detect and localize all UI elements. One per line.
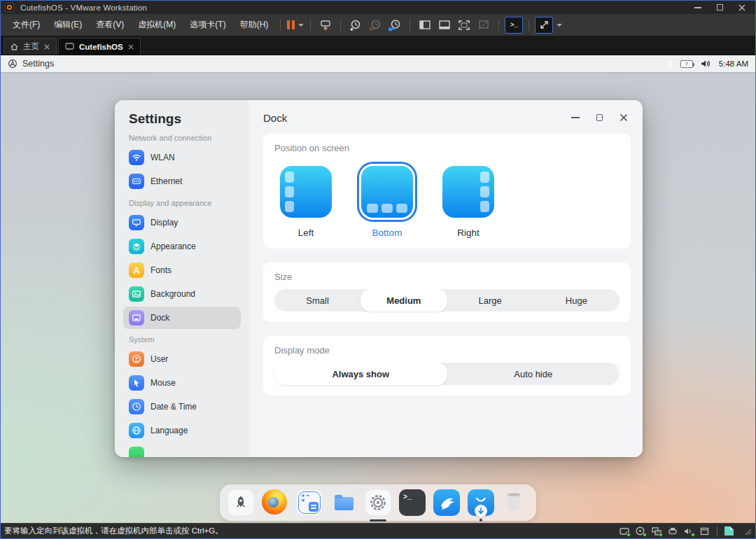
dock-app-terminal[interactable]: >_ <box>399 489 426 516</box>
position-option-bottom[interactable]: Bottom <box>357 162 417 238</box>
tab-label: 主页 <box>23 41 39 52</box>
revert-snapshot-button[interactable] <box>366 17 384 34</box>
bottom-panel-layout-icon <box>438 20 451 30</box>
vm-tray-status-icon[interactable] <box>699 526 710 536</box>
manage-snapshots-button[interactable] <box>386 17 404 34</box>
display-mode-segmented-control: Always show Auto hide <box>274 363 620 385</box>
partial-item-icon <box>129 447 144 457</box>
fullscreen-button[interactable] <box>455 17 473 34</box>
sidebar-item-background[interactable]: Background <box>123 283 241 305</box>
tab-label: CutefishOS <box>79 43 123 51</box>
printer-status-icon[interactable] <box>667 526 678 536</box>
menu-edit[interactable]: 编辑(E) <box>48 15 88 34</box>
sidebar-item-language[interactable]: Language <box>123 419 241 442</box>
sidebar-item-user[interactable]: User <box>123 348 241 370</box>
resize-grip[interactable] <box>743 527 752 536</box>
firefox-icon <box>262 489 287 514</box>
position-option-left[interactable]: Left <box>276 162 336 238</box>
menu-tabs[interactable]: 选项卡(T) <box>183 15 232 34</box>
unity-mode-button[interactable] <box>475 17 493 34</box>
display-mode-label: Display mode <box>274 345 620 356</box>
stretch-guest-button[interactable] <box>535 17 553 34</box>
sound-status-icon[interactable] <box>683 526 694 536</box>
sidebar-item-appearance[interactable]: Appearance <box>123 235 241 258</box>
toolbar-separator <box>340 20 341 31</box>
window-maximize-button[interactable] <box>717 4 723 10</box>
take-snapshot-button[interactable] <box>346 17 365 34</box>
settings-minimize-button[interactable] <box>571 117 580 118</box>
sidebar-item-fonts[interactable]: A Fonts <box>123 259 241 281</box>
pause-icon <box>287 20 295 29</box>
display-mode-auto-hide[interactable]: Auto hide <box>447 363 620 385</box>
volume-icon[interactable] <box>701 59 711 68</box>
network-status-icon[interactable] <box>651 526 662 536</box>
revert-clock-icon <box>369 19 382 31</box>
stretch-arrows-icon <box>540 20 549 29</box>
page-title: Dock <box>263 112 287 124</box>
display-mode-always-show[interactable]: Always show <box>274 363 447 385</box>
sidebar-item-partial[interactable] <box>123 443 241 457</box>
tab-home[interactable]: 主页 <box>4 38 57 55</box>
menu-view[interactable]: 查看(V) <box>90 15 130 34</box>
snapshot-manager-icon <box>388 19 401 31</box>
dock-app-calculator[interactable] <box>296 489 323 516</box>
sidebar-item-display[interactable]: Display <box>123 211 241 234</box>
window-minimize-button[interactable] <box>694 7 701 8</box>
size-option-medium[interactable]: Medium <box>360 289 447 312</box>
hard-disk-status-icon[interactable] <box>619 526 629 536</box>
sidebar-item-datetime[interactable]: Date & Time <box>123 396 241 418</box>
dock-app-launcher[interactable] <box>227 489 254 516</box>
dock-app-files[interactable] <box>330 489 357 516</box>
menu-vm[interactable]: 虚拟机(M) <box>132 15 182 34</box>
chevron-down-icon[interactable] <box>556 24 562 27</box>
menu-help[interactable]: 帮助(H) <box>234 15 275 34</box>
fonts-icon: A <box>129 262 144 278</box>
position-card: Position on screen Left Bottom Right <box>263 134 631 248</box>
sidebar-item-mouse[interactable]: Mouse <box>123 372 241 394</box>
settings-maximize-button[interactable] <box>596 114 603 121</box>
battery-icon[interactable]: ? <box>680 60 693 68</box>
size-option-small[interactable]: Small <box>274 289 360 312</box>
user-icon <box>129 351 144 367</box>
sidebar-item-wlan[interactable]: WLAN <box>123 146 241 169</box>
bluetooth-icon[interactable] <box>666 59 673 69</box>
sidebar-item-ethernet[interactable]: Ethernet <box>123 170 241 192</box>
dock-trash[interactable] <box>502 489 528 516</box>
send-ctrl-alt-del-button[interactable] <box>316 17 335 34</box>
background-icon <box>129 286 144 302</box>
close-icon[interactable] <box>128 44 134 50</box>
active-app-title[interactable]: Settings <box>22 59 54 69</box>
toolbar-separator <box>528 20 529 31</box>
dock-app-settings[interactable] <box>365 489 391 516</box>
position-option-right[interactable]: Right <box>438 162 498 238</box>
tab-cutefishos[interactable]: CutefishOS <box>58 38 141 55</box>
battery-label: ? <box>685 61 688 67</box>
dock-app-firefox[interactable] <box>262 489 288 516</box>
show-library-button[interactable] <box>416 17 434 34</box>
sidebar-item-label: Mouse <box>150 378 176 388</box>
size-option-huge[interactable]: Huge <box>533 289 620 312</box>
cdrom-status-icon[interactable] <box>635 526 645 536</box>
settings-sidebar: Settings Network and connection WLAN Eth… <box>115 100 249 457</box>
toolbar-separator <box>410 20 410 31</box>
snapshot-clock-icon <box>349 19 362 31</box>
settings-close-button[interactable] <box>620 113 628 122</box>
vmware-statusbar: 要将输入定向到该虚拟机，请在虚拟机内部单击或按 Ctrl+G。 <box>1 523 755 538</box>
vm-pause-button[interactable] <box>286 17 304 34</box>
settings-window: Settings Network and connection WLAN Eth… <box>115 100 643 457</box>
clock-time[interactable]: 5:48 AM <box>719 59 748 68</box>
position-left-icon <box>280 166 332 218</box>
close-icon[interactable] <box>44 44 50 50</box>
menu-file[interactable]: 文件(F) <box>6 15 46 34</box>
window-close-button[interactable] <box>738 4 746 11</box>
sidebar-item-dock[interactable]: Dock <box>123 307 241 329</box>
dock-app-store[interactable] <box>468 489 494 516</box>
show-thumbnail-bar-button[interactable] <box>435 17 454 34</box>
size-option-large[interactable]: Large <box>447 289 533 312</box>
section-system: System <box>123 335 241 344</box>
dock-app-browser[interactable] <box>433 489 460 516</box>
console-view-button[interactable]: >_ <box>505 17 523 34</box>
language-icon <box>129 423 144 438</box>
message-log-icon[interactable] <box>724 526 734 536</box>
guest-desktop: Settings ? 5:48 AM Settings Network and … <box>1 55 755 523</box>
